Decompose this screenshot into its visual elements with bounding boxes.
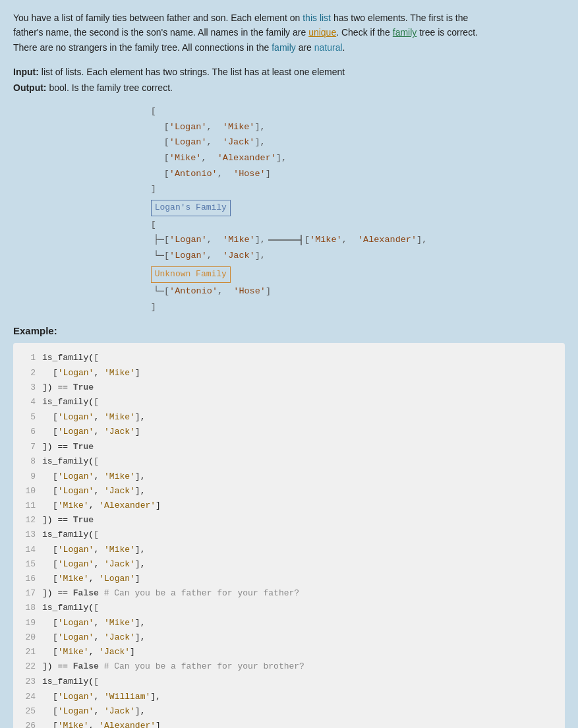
diagram-area: [ ['Logan', 'Mike'], ['Logan', 'Jack'], … bbox=[13, 104, 565, 315]
ln-22: 22 bbox=[24, 659, 36, 674]
code-line-26: 26['Mike', 'Alexander'] bbox=[24, 719, 554, 728]
description-block: You have a list of family ties between f… bbox=[13, 11, 565, 55]
ln-1: 1 bbox=[24, 351, 36, 365]
ln-14: 14 bbox=[24, 543, 36, 557]
ln-21: 21 bbox=[24, 645, 36, 659]
code-line-14: 14['Logan', 'Mike'], bbox=[24, 543, 554, 557]
code-line-18: 18is_family([ bbox=[24, 601, 554, 616]
code-line-2: 2['Logan', 'Mike'] bbox=[24, 366, 554, 380]
diag-outer-close: ] bbox=[151, 181, 428, 197]
code-line-23: 23is_family([ bbox=[24, 675, 554, 690]
code-line-17: 17]) == False # Can you be a father for … bbox=[24, 586, 554, 601]
ln-24: 24 bbox=[24, 690, 36, 704]
code-line-22: 22]) == False # Can you be a father for … bbox=[24, 659, 554, 674]
ln-15: 15 bbox=[24, 557, 36, 572]
code-line-19: 19['Logan', 'Mike'], bbox=[24, 616, 554, 630]
diag-row4: ['Antonio', 'Hose'] bbox=[164, 166, 428, 182]
diag-outer-open: [ bbox=[151, 104, 428, 119]
ln-18: 18 bbox=[24, 601, 36, 615]
ln-2: 2 bbox=[24, 366, 36, 380]
ln-25: 25 bbox=[24, 704, 36, 719]
code-line-6: 6['Logan', 'Jack'] bbox=[24, 425, 554, 439]
code-line-7: 7]) == True bbox=[24, 440, 554, 454]
right-connector: ['Mike', 'Alexander'], bbox=[268, 232, 427, 248]
code-line-8: 8is_family([ bbox=[24, 454, 554, 470]
ln-12: 12 bbox=[24, 513, 36, 528]
unknown-family-section: Unknown Family └─ ['Antonio', 'Hose'] bbox=[151, 266, 428, 299]
code-line-13: 13is_family([ bbox=[24, 528, 554, 543]
mike-alex-row: ['Mike', 'Alexander'], bbox=[268, 232, 427, 248]
ln-5: 5 bbox=[24, 410, 36, 425]
ln-8: 8 bbox=[24, 454, 36, 469]
code-block: 1is_family([ 2['Logan', 'Mike'] 3]) == T… bbox=[13, 343, 565, 728]
connector-row2: └─ bbox=[154, 248, 164, 264]
logan-inner-open: [ bbox=[151, 217, 428, 233]
description-text: You have a list of family ties between f… bbox=[13, 11, 565, 55]
ln-10: 10 bbox=[24, 484, 36, 499]
example-label: Example: bbox=[13, 325, 565, 336]
output-text: bool. Is the family tree correct. bbox=[49, 82, 173, 93]
diag-row1: ['Logan', 'Mike'], bbox=[164, 119, 428, 135]
code-line-12: 12]) == True bbox=[24, 513, 554, 528]
connector-lines: ├─ └─ bbox=[154, 232, 164, 264]
logan-family-label: Logan's Family bbox=[151, 200, 231, 216]
ln-20: 20 bbox=[24, 630, 36, 645]
ln-4: 4 bbox=[24, 395, 36, 410]
bracket-svg bbox=[268, 232, 304, 248]
logan-lrow1: ['Logan', 'Mike'], bbox=[164, 232, 266, 248]
code-line-21: 21['Mike', 'Jack'] bbox=[24, 645, 554, 659]
unknown-family-label: Unknown Family bbox=[151, 266, 231, 283]
ln-17: 17 bbox=[24, 586, 36, 601]
ln-3: 3 bbox=[24, 380, 36, 395]
ln-16: 16 bbox=[24, 572, 36, 586]
code-line-24: 24['Logan', 'William'], bbox=[24, 690, 554, 704]
logan-lrow2: ['Logan', 'Jack'], bbox=[164, 248, 266, 264]
ln-19: 19 bbox=[24, 616, 36, 630]
output-label: Output: bbox=[13, 82, 47, 93]
unknown-row-group: └─ ['Antonio', 'Hose'] bbox=[151, 284, 428, 299]
code-line-11: 11['Mike', 'Alexander'] bbox=[24, 499, 554, 513]
code-line-9: 9['Logan', 'Mike'], bbox=[24, 470, 554, 484]
logan-rows: ['Logan', 'Mike'], ['Logan', 'Jack'], bbox=[164, 232, 266, 263]
diagram-inner: [ ['Logan', 'Mike'], ['Logan', 'Jack'], … bbox=[151, 104, 428, 315]
code-line-5: 5['Logan', 'Mike'], bbox=[24, 410, 554, 425]
diag-outer-rows: ['Logan', 'Mike'], ['Logan', 'Jack'], ['… bbox=[164, 119, 428, 182]
ln-7: 7 bbox=[24, 440, 36, 454]
ln-11: 11 bbox=[24, 499, 36, 513]
code-line-10: 10['Logan', 'Jack'], bbox=[24, 484, 554, 499]
diag-row2: ['Logan', 'Jack'], bbox=[164, 135, 428, 150]
ln-13: 13 bbox=[24, 528, 36, 542]
code-line-16: 16['Mike', 'Logan'] bbox=[24, 572, 554, 586]
connector-row1: ├─ bbox=[154, 232, 164, 248]
input-line: Input: list of lists. Each element has t… bbox=[13, 67, 565, 77]
output-line: Output: bool. Is the family tree correct… bbox=[13, 82, 565, 93]
ln-9: 9 bbox=[24, 470, 36, 484]
code-line-4: 4is_family([ bbox=[24, 395, 554, 410]
logan-inner-close: ] bbox=[151, 299, 428, 315]
example-section: Example: 1is_family([ 2['Logan', 'Mike']… bbox=[13, 325, 565, 728]
logan-lines-group: ├─ └─ ['Logan', 'Mike'], ['Logan', 'Jack… bbox=[151, 232, 428, 264]
code-line-15: 15['Logan', 'Jack'], bbox=[24, 557, 554, 572]
input-text: list of lists. Each element has two stri… bbox=[42, 67, 345, 77]
code-line-3: 3]) == True bbox=[24, 380, 554, 395]
code-line-25: 25['Logan', 'Jack'], bbox=[24, 704, 554, 719]
ln-26: 26 bbox=[24, 719, 36, 728]
code-line-20: 20['Logan', 'Jack'], bbox=[24, 630, 554, 645]
code-line-1: 1is_family([ bbox=[24, 351, 554, 366]
diag-row3: ['Mike', 'Alexander'], bbox=[164, 150, 428, 166]
logan-family-section: Logan's Family [ ├─ └─ ['Logan', 'Mike']… bbox=[151, 200, 428, 315]
ln-6: 6 bbox=[24, 425, 36, 439]
input-label: Input: bbox=[13, 67, 39, 77]
ln-23: 23 bbox=[24, 675, 36, 689]
